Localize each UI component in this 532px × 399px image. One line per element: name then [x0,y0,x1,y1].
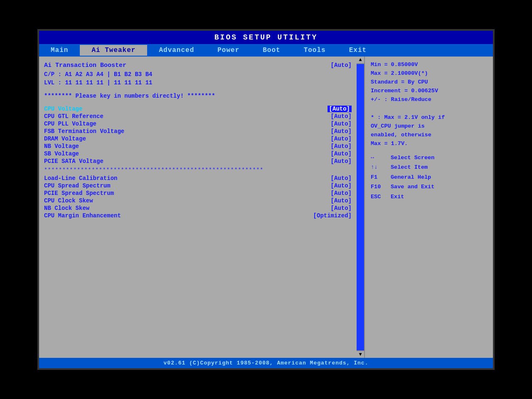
footer: v02.61 (C)Copyright 1985-2008, American … [39,358,493,368]
table-row[interactable]: PCIE Spread Spectrum[Auto] [44,190,352,197]
menu-item-exit[interactable]: Exit [337,45,378,56]
table-row[interactable]: CPU Spread Spectrum[Auto] [44,182,352,190]
scrollbar[interactable]: ▲ ▼ [357,57,364,358]
row-label: CPU Spread Spectrum [44,182,111,189]
key-desc: General Help [391,173,487,182]
row-value: [Auto] [331,158,352,165]
menu-bar[interactable]: MainAi TweakerAdvancedPowerBootToolsExit [39,44,493,57]
menu-item-boot[interactable]: Boot [251,45,292,56]
key-row: ESCExit [371,192,487,202]
key-code: ↔ [371,153,391,163]
row-value: [Optimized] [313,212,352,219]
row-value: [Auto] [331,182,352,189]
key-code: F1 [371,173,391,182]
row-value: [Auto] [331,113,352,120]
menu-item-tools[interactable]: Tools [292,45,337,56]
key-row: ↔Select Screen [371,153,487,163]
row-label: CPU PLL Voltage [44,121,96,127]
main-panel: Ai Transaction Booster [Auto] C/P : A1 A… [39,57,357,358]
sidebar-info-line: Increment = 0.00625V [371,87,487,96]
row-value: [Auto] [331,143,352,150]
menu-item-main[interactable]: Main [39,45,80,56]
title-bar: BIOS SETUP UTILITY [39,31,493,44]
table-row[interactable]: SB Voltage[Auto] [44,150,352,158]
key-row: ↑↓Select Item [371,163,487,172]
sidebar-keys: ↔Select Screen↑↓Select ItemF1General Hel… [371,153,487,202]
table-row[interactable]: Load-Line Calibration[Auto] [44,175,352,182]
row-label: CPU GTL Reference [44,113,103,120]
sidebar-info-line: +/- : Raise/Reduce [371,96,487,104]
key-desc: Select Screen [391,153,487,163]
cp-line: C/P : A1 A2 A3 A4 | B1 B2 B3 B4 [44,71,352,78]
sidebar-info-line: Standard = By CPU [371,78,487,87]
row-value: [Auto] [331,128,352,135]
row-label: CPU Voltage [44,106,82,112]
menu-item-advanced[interactable]: Advanced [147,45,206,56]
row-label: CPU Clock Skew [44,197,93,204]
section-title: Ai Transaction Booster [44,62,126,69]
sidebar-note-line: Max = 1.7V. [371,140,487,148]
voltage-rows: CPU Voltage[Auto]CPU GTL Reference[Auto]… [44,105,352,165]
key-row: F1General Help [371,173,487,182]
key-code: ESC [371,192,391,202]
lvl-line: LVL : 11 11 11 11 | 11 11 11 11 [44,79,352,86]
key-row: F10Save and Exit [371,182,487,192]
sidebar-info: Min = 0.85000VMax = 2.10000V(*)Standard … [371,61,487,104]
footer-text: v02.61 (C)Copyright 1985-2008, American … [164,360,369,366]
key-code: F10 [371,182,391,192]
table-row[interactable]: FSB Termination Voltage[Auto] [44,128,352,135]
scroll-up[interactable]: ▲ [357,57,364,63]
row-value: [Auto] [331,135,352,142]
sidebar-note: * : Max = 2.1V only ifOV_CPU jumper isen… [371,113,487,148]
row-value: [Auto] [331,205,352,212]
row-label: PCIE Spread Spectrum [44,190,114,197]
scroll-down[interactable]: ▼ [357,351,364,358]
sidebar-info-line: Min = 0.85000V [371,61,487,69]
table-row[interactable]: CPU Margin Enhancement[Optimized] [44,212,352,219]
row-value: [Auto] [331,150,352,157]
bottom-rows: Load-Line Calibration[Auto]CPU Spread Sp… [44,175,352,219]
row-value: [Auto] [331,197,352,204]
sidebar-note-line: * : Max = 2.1V only if [371,113,487,122]
bios-title: BIOS SETUP UTILITY [214,33,318,42]
row-value: [Auto] [328,106,352,112]
bios-screen: BIOS SETUP UTILITY MainAi TweakerAdvance… [37,29,495,370]
row-value: [Auto] [331,121,352,127]
section-value: [Auto] [331,62,352,69]
table-row[interactable]: NB Voltage[Auto] [44,143,352,150]
section-header-row: Ai Transaction Booster [Auto] [44,60,352,70]
table-row[interactable]: CPU PLL Voltage[Auto] [44,120,352,128]
scroll-thumb[interactable] [357,64,364,350]
key-desc: Select Item [391,163,487,172]
row-value: [Auto] [331,190,352,197]
row-label: DRAM Voltage [44,135,86,142]
row-label: SB Voltage [44,150,79,157]
table-row[interactable]: NB Clock Skew[Auto] [44,204,352,212]
table-row[interactable]: CPU Voltage[Auto] [44,105,352,113]
sidebar-note-line: enabled, otherwise [371,131,487,140]
row-label: Load-Line Calibration [44,175,117,182]
content-area: Ai Transaction Booster [Auto] C/P : A1 A… [39,57,493,358]
row-label: PCIE SATA Voltage [44,158,103,165]
sidebar-note-line: OV_CPU jumper is [371,122,487,131]
menu-item-ai-tweaker[interactable]: Ai Tweaker [80,45,147,56]
row-label: NB Voltage [44,143,79,150]
menu-item-power[interactable]: Power [206,45,251,56]
table-row[interactable]: DRAM Voltage[Auto] [44,135,352,143]
table-row[interactable]: CPU GTL Reference[Auto] [44,113,352,120]
row-value: [Auto] [331,175,352,182]
divider: ****************************************… [44,167,352,173]
row-label: CPU Margin Enhancement [44,212,121,219]
sidebar: Min = 0.85000VMax = 2.10000V(*)Standard … [364,57,493,358]
key-desc: Save and Exit [391,182,487,192]
warning-line: ******** Please key in numbers directly!… [44,93,352,99]
key-code: ↑↓ [371,163,391,172]
row-label: NB Clock Skew [44,205,89,212]
row-label: FSB Termination Voltage [44,128,124,135]
key-desc: Exit [391,192,487,202]
table-row[interactable]: PCIE SATA Voltage[Auto] [44,158,352,165]
table-row[interactable]: CPU Clock Skew[Auto] [44,197,352,204]
sidebar-info-line: Max = 2.10000V(*) [371,69,487,78]
